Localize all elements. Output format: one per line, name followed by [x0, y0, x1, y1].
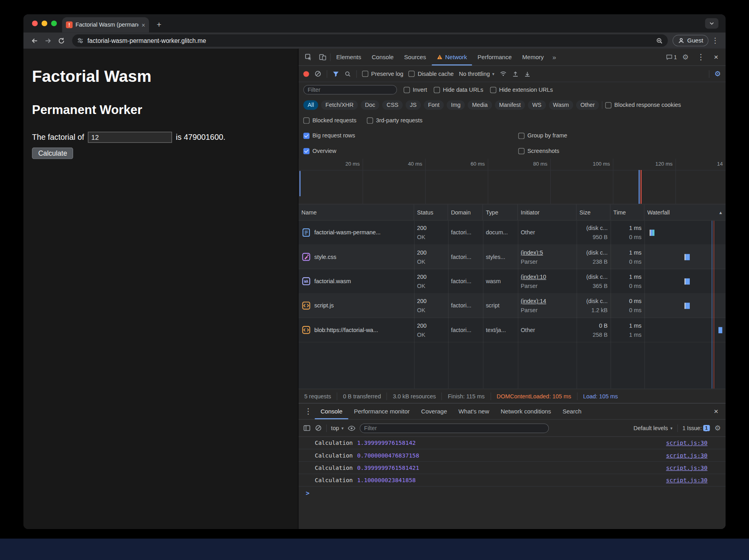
url-text[interactable]: factorial-wasm-permanent-worker.glitch.m… — [87, 37, 206, 44]
source-link[interactable]: script.js:30 — [666, 452, 707, 459]
network-overview-timeline[interactable]: 20 ms 40 ms 60 ms 80 ms 100 ms 120 ms 14 — [298, 158, 726, 204]
console-issues-counter[interactable]: 1 Issue: 1 — [683, 425, 710, 431]
initiator-link[interactable]: (index):14 — [521, 297, 573, 306]
network-settings-button[interactable]: ⚙ — [714, 70, 721, 77]
filter-chip-css[interactable]: CSS — [382, 100, 403, 110]
filter-chip-doc[interactable]: Doc — [361, 100, 379, 110]
throttling-dropdown[interactable]: No throttling ▾ — [459, 70, 494, 77]
drawer-tab-whats-new[interactable]: What's new — [453, 404, 495, 419]
devtools-tab-elements[interactable]: Elements — [331, 49, 366, 66]
group-by-frame-checkbox[interactable]: Group by frame — [518, 132, 567, 139]
devtools-close-button[interactable]: × — [709, 51, 723, 63]
import-har-button[interactable] — [512, 70, 519, 77]
console-prompt[interactable]: > — [298, 487, 726, 499]
filter-chip-ws[interactable]: WS — [528, 100, 546, 110]
console-filter-input[interactable] — [360, 423, 549, 433]
initiator-link[interactable]: (index):5 — [521, 248, 573, 257]
column-header-name[interactable]: Name — [298, 205, 414, 220]
source-link[interactable]: script.js:30 — [666, 464, 707, 471]
blocked-requests-checkbox[interactable]: Blocked requests — [303, 117, 356, 124]
hide-extension-urls-checkbox[interactable]: Hide extension URLs — [490, 87, 553, 93]
console-message[interactable]: Calculation 1.399999976158142 script.js:… — [298, 437, 726, 449]
address-bar[interactable]: factorial-wasm-permanent-worker.glitch.m… — [72, 35, 668, 47]
drawer-tab-network-conditions[interactable]: Network conditions — [495, 404, 557, 419]
inspect-element-button[interactable] — [302, 51, 315, 63]
network-request-row[interactable]: WA factorial.wasm 200OK factori... wasm … — [298, 269, 726, 294]
filter-chip-img[interactable]: Img — [447, 100, 465, 110]
filter-chip-media[interactable]: Media — [468, 100, 492, 110]
blocked-response-cookies-checkbox[interactable]: Blocked response cookies — [605, 102, 681, 108]
devtools-tab-console[interactable]: Console — [367, 49, 398, 66]
drawer-tab-console[interactable]: Console — [315, 404, 348, 419]
devtools-settings-button[interactable]: ⚙ — [679, 51, 692, 63]
column-divider[interactable] — [518, 220, 518, 388]
zoom-icon[interactable] — [656, 37, 663, 44]
third-party-requests-checkbox[interactable]: 3rd-party requests — [367, 117, 422, 124]
site-settings-icon[interactable] — [77, 37, 84, 44]
clear-console-button[interactable] — [315, 425, 322, 432]
column-divider[interactable] — [644, 220, 645, 388]
log-levels-dropdown[interactable]: Default levels ▾ — [633, 425, 672, 431]
calculate-button[interactable]: Calculate — [32, 147, 74, 159]
filter-chip-manifest[interactable]: Manifest — [495, 100, 525, 110]
console-message[interactable]: Calculation 1.100000023841858 script.js:… — [298, 474, 726, 487]
column-header-time[interactable]: Time — [610, 205, 644, 220]
preserve-log-checkbox[interactable]: Preserve log — [362, 70, 403, 77]
hide-data-urls-checkbox[interactable]: Hide data URLs — [434, 87, 484, 93]
column-header-status[interactable]: Status — [414, 205, 448, 220]
column-header-size[interactable]: Size — [577, 205, 610, 220]
network-filter-input[interactable] — [303, 85, 397, 95]
filter-toggle-button[interactable] — [333, 70, 339, 77]
execution-context-dropdown[interactable]: top ▾ — [331, 425, 344, 431]
drawer-tab-performance-monitor[interactable]: Performance monitor — [348, 404, 415, 419]
invert-checkbox[interactable]: Invert — [404, 87, 427, 93]
big-request-rows-checkbox[interactable]: Big request rows — [303, 132, 355, 139]
column-header-initiator[interactable]: Initiator — [518, 205, 577, 220]
network-request-row[interactable]: script.js 200OK factori... script (index… — [298, 294, 726, 318]
fullscreen-window-button[interactable] — [51, 21, 57, 26]
column-divider[interactable] — [448, 220, 449, 388]
profile-button[interactable]: Guest — [672, 35, 708, 46]
filter-chip-other[interactable]: Other — [576, 100, 599, 110]
live-expression-button[interactable] — [348, 424, 355, 432]
console-message[interactable]: Calculation 0.7000000476837158 script.js… — [298, 449, 726, 462]
column-divider[interactable] — [577, 220, 577, 388]
devtools-menu-button[interactable]: ⋮ — [694, 51, 708, 63]
browser-menu-button[interactable]: ⋮ — [709, 36, 721, 45]
devtools-tab-performance[interactable]: Performance — [473, 49, 517, 66]
filter-chip-js[interactable]: JS — [406, 100, 421, 110]
column-header-domain[interactable]: Domain — [448, 205, 483, 220]
tab-close-icon[interactable]: × — [141, 21, 145, 28]
column-header-type[interactable]: Type — [483, 205, 518, 220]
initiator-link[interactable]: (index):10 — [521, 272, 573, 282]
record-network-log-button[interactable] — [303, 71, 309, 77]
browser-tab[interactable]: ! Factorial Wasm (permanent W × — [62, 17, 149, 32]
devtools-tab-sources[interactable]: Sources — [399, 49, 431, 66]
column-divider[interactable] — [483, 220, 483, 388]
network-conditions-button[interactable] — [499, 70, 507, 77]
back-button[interactable] — [28, 35, 41, 47]
filter-chip-fetch-xhr[interactable]: Fetch/XHR — [321, 100, 358, 110]
screenshots-checkbox[interactable]: Screenshots — [518, 147, 559, 154]
reload-button[interactable] — [55, 35, 67, 47]
drawer-close-button[interactable]: × — [709, 405, 723, 417]
device-toolbar-button[interactable] — [316, 51, 329, 63]
devtools-tab-memory[interactable]: Memory — [517, 49, 548, 66]
source-link[interactable]: script.js:30 — [666, 477, 707, 483]
drawer-tab-search[interactable]: Search — [557, 404, 587, 419]
overview-checkbox[interactable]: Overview — [303, 147, 336, 154]
drawer-tab-coverage[interactable]: Coverage — [415, 404, 453, 419]
factorial-input[interactable] — [88, 132, 172, 143]
column-divider[interactable] — [414, 220, 414, 388]
minimize-window-button[interactable] — [42, 21, 47, 26]
clear-network-log-button[interactable] — [314, 70, 321, 77]
issues-counter[interactable]: 1 — [666, 54, 677, 60]
column-header-waterfall[interactable]: Waterfall ▲ — [644, 205, 726, 220]
network-request-row[interactable]: factorial-wasm-permane... 200OK factori.… — [298, 220, 726, 245]
filter-chip-all[interactable]: All — [303, 100, 318, 110]
filter-chip-wasm[interactable]: Wasm — [549, 100, 573, 110]
source-link[interactable]: script.js:30 — [666, 440, 707, 446]
more-tabs-button[interactable]: » — [550, 53, 559, 61]
console-sidebar-toggle[interactable] — [303, 425, 310, 432]
network-request-row[interactable]: style.css 200OK factori... styles... (in… — [298, 245, 726, 269]
